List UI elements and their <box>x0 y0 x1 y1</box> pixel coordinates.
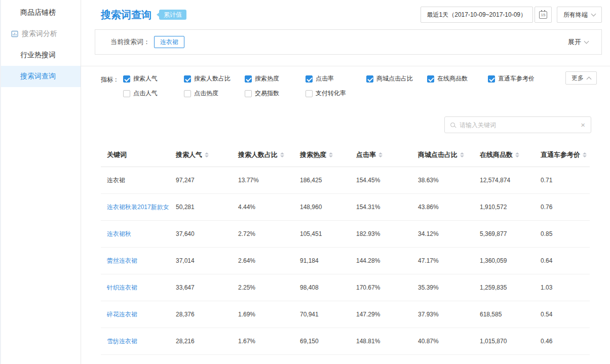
indicator-checkbox[interactable]: 点击热度 <box>184 89 245 98</box>
value-cell: 618,585 <box>474 311 535 318</box>
column-label: 直通车参考价 <box>541 150 580 159</box>
indicator-label: 商城点击占比 <box>376 74 413 83</box>
indicator-row-1: 搜索人气搜索人数占比搜索热度点击率商城点击占比在线商品数直通车参考价 <box>123 74 549 83</box>
table-row: 连衣裙秋37,6402.72%105,451182.93%34.12%5,369… <box>101 221 590 248</box>
badge-label: 累计值 <box>164 11 182 18</box>
value-cell: 2.64% <box>232 257 294 264</box>
more-button[interactable]: 更多 <box>565 71 597 85</box>
indicator-label: 点击热度 <box>194 89 218 98</box>
expand-toggle[interactable]: 展开 <box>568 37 588 47</box>
table-row: 雪纺连衣裙28,2161.67%69,150148.81%40.87%1,015… <box>101 328 590 355</box>
value-cell: 2.72% <box>232 230 294 237</box>
indicator-checkbox[interactable]: 搜索人数占比 <box>184 74 245 83</box>
search-row: × <box>81 98 610 133</box>
sort-icon[interactable] <box>460 152 464 157</box>
table-row: 蕾丝连衣裙37,0142.64%91,184144.28%47.17%1,360… <box>101 248 590 274</box>
sidebar: 商品店铺榜搜索词分析行业热搜词搜索词查询 <box>0 0 81 364</box>
value-cell: 0.54 <box>535 311 589 318</box>
keyword-search-box: × <box>444 116 591 133</box>
indicator-label: 搜索人气 <box>133 74 158 83</box>
sortable-column-header[interactable]: 点击率 <box>350 150 412 159</box>
column-label: 关键词 <box>107 150 127 159</box>
value-cell: 0.76 <box>535 204 589 211</box>
calendar-button[interactable]: 15 <box>535 7 552 23</box>
calendar-icon: 15 <box>539 11 547 19</box>
chevron-down-icon <box>584 38 589 44</box>
value-cell: 1.03 <box>535 284 589 291</box>
value-cell: 28,216 <box>170 338 232 345</box>
value-cell: 182.93% <box>350 230 412 237</box>
value-cell: 170.67% <box>350 284 412 291</box>
column-label: 搜索人数占比 <box>238 150 278 159</box>
indicator-label: 在线商品数 <box>437 74 468 83</box>
clear-search-icon[interactable]: × <box>581 121 585 129</box>
indicator-checkbox[interactable]: 商城点击占比 <box>366 74 427 83</box>
keyword-cell[interactable]: 蕾丝连衣裙 <box>101 257 170 265</box>
column-label: 商城点击占比 <box>418 150 458 159</box>
sidebar-item-2[interactable]: 搜索词分析 <box>1 23 81 45</box>
keyword-cell[interactable]: 连衣裙秋装2017新款女 <box>101 203 170 212</box>
sort-icon[interactable] <box>583 152 587 157</box>
cumulative-badge: 累计值 <box>159 10 186 20</box>
terminal-label: 所有终端 <box>563 11 588 19</box>
value-cell: 33,647 <box>170 284 232 291</box>
sort-icon[interactable] <box>280 152 284 157</box>
keyword-cell[interactable]: 连衣裙秋 <box>101 230 170 238</box>
sort-icon[interactable] <box>205 152 209 157</box>
value-cell: 98,408 <box>294 284 350 291</box>
indicator-label: 搜索人数占比 <box>194 74 231 83</box>
sidebar-item-label: 搜索词分析 <box>22 29 57 38</box>
badge-arrow-icon <box>157 13 159 17</box>
indicator-checkbox[interactable]: 点击人气 <box>123 89 184 98</box>
sortable-column-header[interactable]: 在线商品数 <box>474 150 535 159</box>
column-label: 在线商品数 <box>480 150 513 159</box>
current-search-panel: 当前搜索词： 连衣裙 展开 <box>95 29 602 55</box>
sort-icon[interactable] <box>515 152 519 157</box>
value-cell: 5,369,877 <box>474 230 535 237</box>
value-cell: 35.39% <box>412 284 474 291</box>
keyword-cell[interactable]: 雪纺连衣裙 <box>101 337 170 346</box>
sortable-column-header[interactable]: 直通车参考价 <box>535 150 589 159</box>
table-row: 碎花连衣裙28,3761.69%70,941147.29%37.93%618,5… <box>101 301 590 328</box>
indicator-rows: 搜索人气搜索人数占比搜索热度点击率商城点击占比在线商品数直通车参考价 点击人气点… <box>123 74 549 98</box>
app-root: 商品店铺榜搜索词分析行业热搜词搜索词查询 搜索词查询 累计值 最近1天（2017… <box>0 0 610 364</box>
sidebar-item-4[interactable]: 搜索词查询 <box>1 66 81 87</box>
indicator-checkbox[interactable]: 搜索人气 <box>123 74 184 83</box>
checkbox-unchecked-icon <box>306 90 313 97</box>
indicator-checkbox[interactable]: 点击率 <box>306 74 366 83</box>
value-cell: 1,015,870 <box>474 338 535 345</box>
sidebar-item-label: 商品店铺榜 <box>20 8 56 17</box>
value-cell: 1,259,835 <box>474 284 535 291</box>
sortable-column-header[interactable]: 搜索热度 <box>294 150 350 159</box>
checkbox-checked-icon <box>488 75 495 83</box>
value-cell: 154.31% <box>350 204 412 211</box>
main-content: 搜索词查询 累计值 最近1天（2017-10-09~2017-10-09） 15… <box>81 0 610 364</box>
sidebar-item-1[interactable]: 商品店铺榜 <box>1 2 81 23</box>
indicator-checkbox[interactable]: 交易指数 <box>245 89 306 98</box>
expand-label: 展开 <box>568 37 581 47</box>
keyword-search-input[interactable] <box>460 122 576 129</box>
sortable-column-header[interactable]: 搜索人气 <box>170 150 232 159</box>
chevron-up-icon <box>587 76 592 82</box>
indicator-checkbox[interactable]: 搜索热度 <box>245 74 306 83</box>
keyword-cell[interactable]: 碎花连衣裙 <box>101 310 170 319</box>
value-cell: 47.17% <box>412 257 474 264</box>
sidebar-item-3[interactable]: 行业热搜词 <box>1 45 81 66</box>
search-term-tag[interactable]: 连衣裙 <box>154 36 184 48</box>
sortable-column-header[interactable]: 搜索人数占比 <box>232 150 294 159</box>
sort-icon[interactable] <box>329 152 333 157</box>
keyword-cell[interactable]: 针织连衣裙 <box>101 284 170 292</box>
top-controls: 最近1天（2017-10-09~2017-10-09） 15 所有终端 <box>421 7 602 23</box>
value-cell: 1,910,572 <box>474 204 535 211</box>
indicator-label: 直通车参考价 <box>498 74 535 83</box>
indicator-checkbox[interactable]: 支付转化率 <box>306 89 366 98</box>
indicator-checkbox[interactable]: 在线商品数 <box>427 74 488 83</box>
sort-icon[interactable] <box>378 152 383 157</box>
terminal-dropdown[interactable]: 所有终端 <box>557 7 602 23</box>
indicator-checkbox[interactable]: 直通车参考价 <box>488 74 549 83</box>
value-cell: 38.63% <box>412 177 474 184</box>
value-cell: 13.77% <box>232 177 294 184</box>
sortable-column-header[interactable]: 商城点击占比 <box>412 150 474 159</box>
page-title: 搜索词查询 <box>101 8 151 22</box>
date-range-button[interactable]: 最近1天（2017-10-09~2017-10-09） <box>421 7 533 23</box>
